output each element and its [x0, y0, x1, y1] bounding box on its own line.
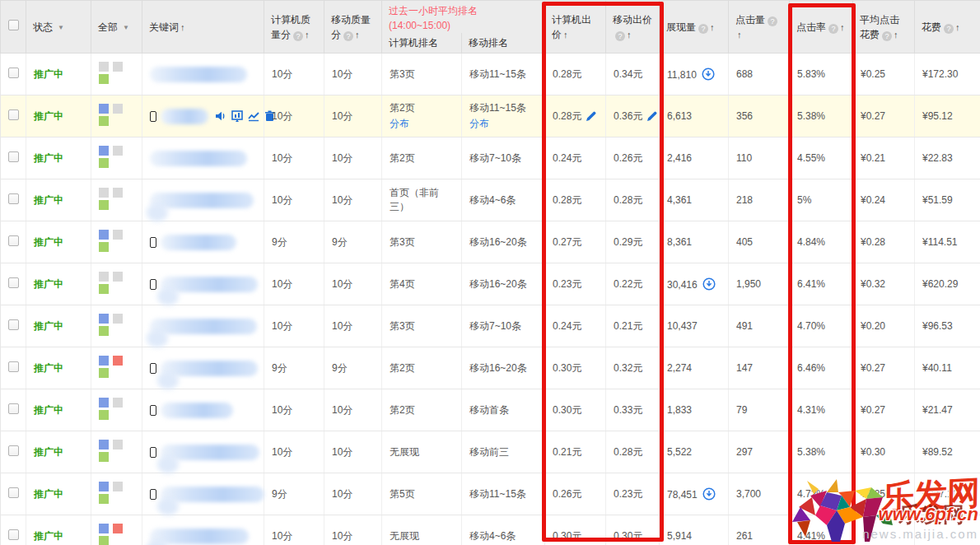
column-header-pc-bid[interactable]: 计算机出价↑	[545, 1, 606, 54]
help-icon[interactable]: ?	[944, 24, 954, 34]
row-checkbox[interactable]	[8, 109, 19, 120]
mobile-bid-cell[interactable]: 0.26元	[606, 137, 660, 179]
sort-arrow-icon[interactable]: ↑	[305, 30, 310, 40]
pc-quality-score: 10分	[264, 54, 324, 95]
keyword-cell[interactable]	[142, 137, 264, 179]
pc-bid-cell[interactable]: 0.30元	[545, 347, 606, 389]
keyword-cell[interactable]	[142, 347, 264, 389]
keyword-cell[interactable]	[142, 263, 264, 305]
keyword-cell[interactable]	[142, 389, 264, 431]
mobile-bid-cell[interactable]: 0.33元	[606, 389, 660, 431]
keyword-cell[interactable]	[142, 473, 264, 515]
rank-distribution-link[interactable]: 分布	[469, 117, 489, 131]
keyword-cell[interactable]	[142, 515, 264, 545]
clicks-value: 3,700	[729, 473, 790, 515]
pc-bid-value: 0.28元	[553, 194, 581, 206]
pc-bid-value: 0.24元	[553, 320, 581, 332]
mobile-rank-cell: 移动7~10条	[462, 305, 545, 347]
row-checkbox[interactable]	[8, 193, 19, 204]
mobile-bid-cell[interactable]: 0.36元	[606, 95, 660, 137]
sort-arrow-icon[interactable]: ↑	[710, 22, 715, 32]
mobile-bid-cell[interactable]: 0.28元	[606, 179, 660, 221]
help-icon[interactable]: ?	[698, 24, 708, 34]
quality-indicator-cell	[91, 347, 142, 389]
edit-bid-icon[interactable]	[586, 111, 596, 121]
mobile-bid-cell[interactable]: 0.28元	[606, 431, 660, 473]
keyword-cell[interactable]	[142, 179, 264, 221]
sort-arrow-icon[interactable]: ↑	[180, 22, 185, 32]
row-checkbox[interactable]	[8, 319, 19, 330]
impressions-value: 78,451	[667, 489, 698, 501]
pc-bid-cell[interactable]: 0.28元	[545, 95, 606, 137]
pc-bid-cell[interactable]: 0.23元	[545, 263, 606, 305]
help-icon[interactable]: ?	[882, 31, 892, 41]
help-icon[interactable]: ?	[828, 24, 838, 34]
pc-bid-cell[interactable]: 0.27元	[545, 221, 606, 263]
keyword-cell[interactable]	[142, 221, 264, 263]
keyword-cell[interactable]	[142, 54, 264, 95]
sort-arrow-icon[interactable]: ↑	[627, 30, 632, 40]
select-all-checkbox[interactable]	[8, 20, 19, 30]
rank-distribution-link[interactable]: 分布	[390, 117, 409, 131]
help-icon[interactable]: ?	[343, 31, 353, 41]
column-header-pc-quality[interactable]: 计算机质量分?↑	[264, 1, 324, 54]
pc-bid-cell[interactable]: 0.28元	[545, 54, 606, 95]
mobile-bid-cell[interactable]: 0.30元	[606, 515, 660, 545]
row-checkbox[interactable]	[8, 235, 19, 246]
trend-chart-icon[interactable]	[248, 110, 259, 122]
sort-arrow-icon[interactable]: ↑	[894, 30, 898, 40]
pc-bid-cell[interactable]: 0.21元	[545, 431, 606, 473]
column-header-mobile-bid[interactable]: 移动出价?↑	[606, 1, 660, 54]
column-header-mobile-quality[interactable]: 移动质量分?↑	[324, 1, 382, 54]
column-header-impressions[interactable]: 展现量?↑	[660, 1, 729, 54]
row-checkbox[interactable]	[8, 445, 19, 456]
pc-bid-cell[interactable]: 0.24元	[545, 305, 606, 347]
row-checkbox[interactable]	[8, 403, 19, 414]
keyword-cell[interactable]	[142, 305, 264, 347]
mobile-bid-cell[interactable]: 0.23元	[606, 473, 660, 515]
column-header-filter-all[interactable]: 全部▼	[91, 1, 142, 54]
mobile-bid-cell[interactable]: 0.29元	[606, 221, 660, 263]
quality-indicator-cell	[91, 389, 142, 431]
column-header-cost[interactable]: 花费?↑	[915, 1, 980, 54]
mobile-bid-cell[interactable]: 0.34元	[606, 54, 660, 95]
help-icon[interactable]: ?	[615, 31, 625, 41]
row-checkbox[interactable]	[8, 151, 19, 162]
help-icon[interactable]: ?	[768, 16, 777, 26]
help-icon[interactable]: ?	[293, 31, 303, 41]
row-checkbox[interactable]	[8, 277, 19, 288]
column-header-ctr[interactable]: 点击率?↑	[790, 1, 853, 54]
mobile-bid-cell[interactable]: 0.32元	[606, 347, 660, 389]
pc-bid-cell[interactable]: 0.26元	[545, 473, 606, 515]
pc-bid-cell[interactable]: 0.30元	[545, 515, 606, 545]
keyword-cell[interactable]	[142, 95, 264, 137]
sort-arrow-icon[interactable]: ↑	[737, 30, 742, 40]
sort-arrow-icon[interactable]: ↑	[840, 22, 845, 32]
sort-arrow-icon[interactable]: ↑	[355, 30, 360, 40]
column-header-status[interactable]: 状态▼	[26, 1, 91, 54]
row-checkbox[interactable]	[8, 361, 19, 372]
column-header-pc-rank[interactable]: 计算机排名	[382, 33, 462, 54]
column-header-clicks[interactable]: 点击量?↑	[729, 1, 790, 54]
pc-bid-cell[interactable]: 0.24元	[545, 137, 606, 179]
column-header-keyword[interactable]: 关键词↑	[142, 1, 264, 54]
row-checkbox[interactable]	[8, 68, 19, 78]
pc-bid-cell[interactable]: 0.28元	[545, 179, 606, 221]
keyword-cell[interactable]	[142, 431, 264, 473]
row-checkbox[interactable]	[8, 529, 19, 540]
row-checkbox[interactable]	[8, 487, 19, 498]
report-icon[interactable]	[231, 110, 243, 122]
impressions-detail-icon[interactable]	[702, 487, 716, 501]
avg-cpc-value: ¥0.24	[853, 179, 915, 221]
sort-arrow-icon[interactable]: ↑	[563, 30, 568, 40]
column-header-avg-cpc[interactable]: 平均点击花费?↑	[853, 1, 915, 54]
impressions-detail-icon[interactable]	[702, 68, 715, 81]
column-header-mobile-rank[interactable]: 移动排名	[462, 33, 545, 54]
pc-bid-cell[interactable]: 0.30元	[545, 389, 606, 431]
edit-bid-icon[interactable]	[647, 111, 657, 121]
mobile-bid-cell[interactable]: 0.21元	[606, 305, 660, 347]
promote-megaphone-icon[interactable]	[215, 110, 226, 122]
impressions-detail-icon[interactable]	[702, 277, 716, 291]
sort-arrow-icon[interactable]: ↑	[955, 22, 960, 32]
mobile-bid-cell[interactable]: 0.22元	[606, 263, 660, 305]
